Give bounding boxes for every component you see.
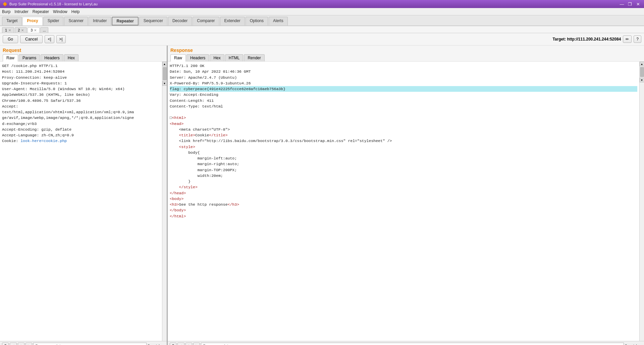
response-search-help[interactable]: ? bbox=[170, 343, 176, 345]
tab-repeater[interactable]: Repeater bbox=[112, 17, 138, 25]
repeater-tab-3[interactable]: 3 ✕ bbox=[28, 27, 40, 33]
menu-window[interactable]: Window bbox=[53, 9, 67, 14]
go-button[interactable]: Go bbox=[3, 35, 18, 43]
target-url: http://111.200.241.244:52084 bbox=[567, 37, 621, 42]
scroll-down-arrow[interactable]: ▼ bbox=[162, 81, 167, 86]
request-scrollbar[interactable]: ▲ ▼ bbox=[162, 62, 167, 341]
response-code[interactable]: HTTP/1.1 200 OK Date: Sun, 10 Apr 2022 0… bbox=[168, 62, 639, 341]
request-search-help[interactable]: ? bbox=[2, 343, 9, 345]
request-search-prev[interactable]: < bbox=[10, 343, 16, 345]
tab-spider[interactable]: Spider bbox=[43, 17, 64, 25]
tab-decoder[interactable]: Decoder bbox=[168, 17, 192, 25]
request-tab-headers[interactable]: Headers bbox=[41, 54, 63, 61]
scroll-up-arrow[interactable]: ▲ bbox=[162, 62, 167, 66]
request-tabs: Raw Params Headers Hex bbox=[3, 54, 164, 61]
menu-burp[interactable]: Burp bbox=[2, 9, 10, 14]
maximize-button[interactable]: ❐ bbox=[627, 1, 633, 7]
minimize-button[interactable]: — bbox=[619, 1, 625, 7]
request-tab-raw[interactable]: Raw bbox=[3, 54, 18, 62]
menu-help[interactable]: Help bbox=[71, 9, 80, 14]
repeater-tab-2-close[interactable]: ✕ bbox=[21, 28, 24, 32]
main-content: Request Raw Params Headers Hex GET /cook… bbox=[0, 46, 644, 345]
response-tab-hex[interactable]: Hex bbox=[210, 54, 224, 61]
titlebar: 🔶 Burp Suite Professional v1.5.18 - lice… bbox=[0, 0, 644, 8]
repeater-tab-2[interactable]: 2 ✕ bbox=[15, 27, 27, 33]
request-panel-header: Request Raw Params Headers Hex bbox=[0, 46, 167, 62]
close-button[interactable]: ✕ bbox=[635, 1, 641, 7]
repeater-tab-3-close[interactable]: ✕ bbox=[34, 28, 37, 32]
response-content: HTTP/1.1 200 OK Date: Sun, 10 Apr 2022 0… bbox=[168, 62, 644, 341]
resp-scroll-thumb[interactable] bbox=[640, 67, 644, 77]
menu-repeater[interactable]: Repeater bbox=[33, 9, 49, 14]
resp-scroll-up-arrow[interactable]: ▲ bbox=[640, 62, 644, 66]
response-tab-headers[interactable]: Headers bbox=[186, 54, 209, 61]
repeater-tab-3-label: 3 bbox=[31, 28, 33, 32]
menu-intruder[interactable]: Intruder bbox=[14, 9, 28, 14]
request-content: GET /cookie.php HTTP/1.1 Host: 111.200.2… bbox=[0, 62, 167, 341]
repeater-tab-1-label: 1 bbox=[5, 28, 7, 32]
resp-scroll-down-arrow[interactable]: ▼ bbox=[640, 78, 644, 82]
tab-scanner[interactable]: Scanner bbox=[64, 17, 88, 25]
repeater-tab-more[interactable]: ... bbox=[40, 27, 48, 33]
tab-alerts[interactable]: Alerts bbox=[269, 17, 288, 25]
main-tabbar: Target Proxy Spider Scanner Intruder Rep… bbox=[0, 15, 644, 26]
tab-intruder[interactable]: Intruder bbox=[89, 17, 111, 25]
titlebar-title: Burp Suite Professional v1.5.18 - licens… bbox=[9, 2, 98, 6]
target-info: Target: http://111.200.241.244:52084 ✏ ? bbox=[552, 36, 641, 43]
response-search-add[interactable]: + bbox=[185, 343, 192, 345]
response-search-bar: ? < + > 0 matches bbox=[168, 341, 644, 345]
request-search-matches: 0 matches bbox=[148, 344, 165, 345]
request-search-next[interactable]: > bbox=[25, 343, 32, 345]
response-tabs: Raw Headers Hex HTML Render bbox=[170, 54, 641, 61]
tab-options[interactable]: Options bbox=[246, 17, 268, 25]
request-search-bar: ? < + > 0 matches bbox=[0, 341, 167, 345]
response-tab-render[interactable]: Render bbox=[244, 54, 264, 61]
tab-target[interactable]: Target bbox=[2, 17, 22, 25]
repeater-subtabs: 1 ✕ 2 ✕ 3 ✕ ... bbox=[0, 26, 644, 33]
tab-extender[interactable]: Extender bbox=[220, 17, 245, 25]
response-tab-html[interactable]: HTML bbox=[225, 54, 244, 61]
burp-icon: 🔶 bbox=[3, 2, 7, 6]
response-title: Response bbox=[170, 48, 641, 53]
response-search-prev[interactable]: < bbox=[177, 343, 184, 345]
request-tab-params[interactable]: Params bbox=[19, 54, 40, 61]
titlebar-title-area: 🔶 Burp Suite Professional v1.5.18 - lice… bbox=[3, 2, 98, 6]
edit-target-button[interactable]: ✏ bbox=[623, 36, 632, 43]
response-search-next[interactable]: > bbox=[193, 343, 200, 345]
tab-sequencer[interactable]: Sequencer bbox=[139, 17, 167, 25]
target-label: Target: http://111.200.241.244:52084 bbox=[552, 37, 621, 42]
titlebar-controls[interactable]: — ❐ ✕ bbox=[619, 1, 641, 7]
response-tab-raw[interactable]: Raw bbox=[170, 54, 186, 62]
response-scrollbar[interactable]: ▲ ▼ bbox=[639, 62, 644, 341]
request-panel: Request Raw Params Headers Hex GET /cook… bbox=[0, 46, 168, 345]
repeater-tab-1[interactable]: 1 ✕ bbox=[2, 27, 14, 33]
response-search-matches: 0 matches bbox=[625, 344, 642, 345]
forward-button[interactable]: >| bbox=[56, 35, 66, 43]
request-search-add[interactable]: + bbox=[18, 343, 24, 345]
repeater-tab-2-label: 2 bbox=[18, 28, 20, 32]
back-button[interactable]: <| bbox=[45, 35, 54, 43]
repeater-tab-1-close[interactable]: ✕ bbox=[8, 28, 11, 32]
request-tab-hex[interactable]: Hex bbox=[64, 54, 78, 61]
menubar: Burp Intruder Repeater Window Help bbox=[0, 8, 644, 15]
toolbar: Go Cancel <| >| Target: http://111.200.2… bbox=[0, 33, 644, 46]
help-button[interactable]: ? bbox=[634, 36, 641, 43]
request-search-input[interactable] bbox=[33, 343, 147, 345]
tab-comparer[interactable]: Comparer bbox=[193, 17, 219, 25]
tab-proxy[interactable]: Proxy bbox=[22, 17, 42, 25]
scroll-thumb[interactable] bbox=[163, 67, 167, 80]
response-search-input[interactable] bbox=[201, 343, 624, 345]
request-title: Request bbox=[3, 48, 164, 53]
response-panel: Response Raw Headers Hex HTML Render HTT… bbox=[168, 46, 644, 345]
request-code[interactable]: GET /cookie.php HTTP/1.1 Host: 111.200.2… bbox=[0, 62, 162, 341]
response-panel-header: Response Raw Headers Hex HTML Render bbox=[168, 46, 644, 62]
cancel-button[interactable]: Cancel bbox=[20, 35, 43, 43]
